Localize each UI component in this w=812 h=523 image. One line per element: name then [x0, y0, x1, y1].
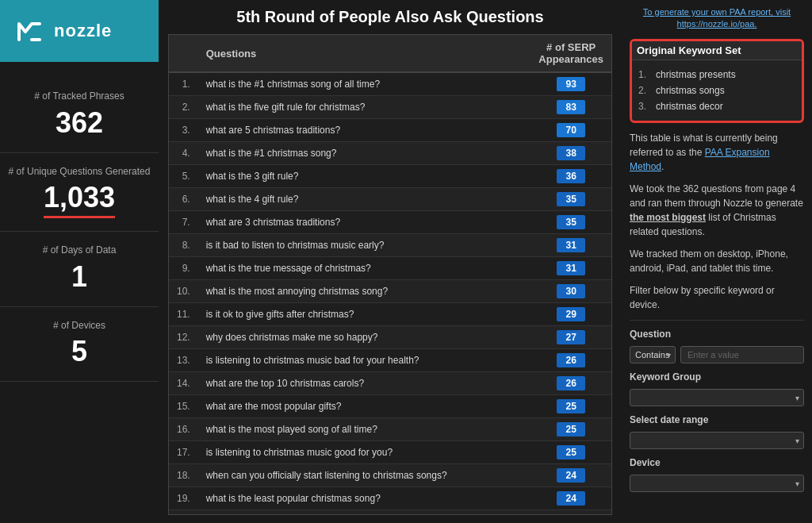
devices-label: # of Devices	[8, 320, 151, 333]
row-num: 11.	[169, 303, 198, 326]
row-question: is it bad to listen to christmas music e…	[198, 234, 531, 257]
days-block: # of Days of Data 1	[0, 232, 159, 307]
row-count: 29	[530, 303, 611, 326]
questions-table-container[interactable]: Questions # of SERP Appearances 1.what i…	[168, 34, 612, 515]
row-num: 5.	[169, 165, 198, 188]
table-row: 19.what is the least popular christmas s…	[169, 487, 611, 510]
row-count: 26	[530, 372, 611, 395]
table-row: 15.what are the most popular gifts?25	[169, 395, 611, 418]
logo-text: nozzle	[54, 21, 112, 41]
row-question: what is the 4 gift rule?	[198, 188, 531, 211]
row-count: 36	[530, 165, 611, 188]
tracked-phrases-block: # of Tracked Phrases 362	[0, 78, 159, 153]
row-count: 83	[530, 96, 611, 119]
question-filter-input[interactable]	[680, 346, 804, 363]
devices-block: # of Devices 5	[0, 307, 159, 383]
table-row: 14.what are the top 10 christmas carols?…	[169, 372, 611, 395]
table-row: 20.is it too early to play christmas mus…	[169, 510, 611, 516]
filter-question: Question Contains	[630, 329, 804, 363]
row-num: 9.	[169, 257, 198, 280]
filter-date-range: Select date range	[630, 414, 804, 449]
row-count: 35	[530, 188, 611, 211]
col-num	[169, 35, 198, 72]
contains-select-wrapper: Contains	[630, 346, 676, 363]
row-question: is listening to christmas music bad for …	[198, 349, 531, 372]
row-question: what is the #1 christmas song?	[198, 142, 531, 165]
contains-select[interactable]: Contains	[630, 346, 676, 363]
filter-keyword-group: Keyword Group	[630, 371, 804, 406]
row-num: 6.	[169, 188, 198, 211]
row-count: 25	[530, 395, 611, 418]
row-num: 13.	[169, 349, 198, 372]
unique-questions-block: # of Unique Questions Generated 1,033	[0, 153, 159, 233]
filter-question-label: Question	[630, 329, 804, 340]
row-question: is it too early to play christmas music?	[198, 510, 531, 516]
row-question: is it ok to give gifts after christmas?	[198, 303, 531, 326]
row-num: 12.	[169, 326, 198, 349]
row-num: 16.	[169, 418, 198, 441]
device-select[interactable]	[630, 475, 804, 492]
row-question: what is the 3 gift rule?	[198, 165, 531, 188]
keyword-item: 2.christmas songs	[638, 83, 795, 98]
description-3: We tracked them on desktop, iPhone, andr…	[630, 247, 804, 275]
row-count: 24	[530, 510, 611, 516]
row-question: what are 3 christmas traditions?	[198, 211, 531, 234]
row-count: 35	[530, 211, 611, 234]
table-row: 4.what is the #1 christmas song?38	[169, 142, 611, 165]
table-row: 7.what are 3 christmas traditions?35	[169, 211, 611, 234]
col-questions: Questions	[198, 35, 531, 72]
description-2: We took the 362 questions from page 4 an…	[630, 182, 804, 239]
table-row: 3.what are 5 christmas traditions?70	[169, 119, 611, 142]
days-value: 1	[8, 260, 151, 294]
keyword-text: christmas presents	[656, 69, 736, 80]
row-question: is listening to christmas music good for…	[198, 441, 531, 464]
row-count: 26	[530, 349, 611, 372]
keyword-group-select[interactable]	[630, 389, 804, 406]
main-content: 5th Round of People Also Ask Questions Q…	[159, 0, 622, 523]
row-count: 93	[530, 72, 611, 96]
keywords-list: 1.christmas presents2.christmas songs3.c…	[638, 67, 795, 114]
row-count: 70	[530, 119, 611, 142]
date-range-select-wrapper	[630, 432, 804, 449]
divider-1	[630, 320, 804, 321]
row-count: 24	[530, 464, 611, 487]
keyword-group-select-wrapper	[630, 389, 804, 406]
row-question: what are 5 christmas traditions?	[198, 119, 531, 142]
table-row: 9.what is the true message of christmas?…	[169, 257, 611, 280]
row-question: what is the least popular christmas song…	[198, 487, 531, 510]
questions-table: Questions # of SERP Appearances 1.what i…	[169, 35, 611, 515]
right-panel: To generate your own PAA report, visit h…	[622, 0, 812, 523]
table-row: 2.what is the five gift rule for christm…	[169, 96, 611, 119]
row-num: 14.	[169, 372, 198, 395]
row-question: what is the #1 christmas song of all tim…	[198, 72, 531, 96]
filter-question-row: Contains	[630, 346, 804, 363]
table-row: 1.what is the #1 christmas song of all t…	[169, 72, 611, 96]
row-count: 31	[530, 257, 611, 280]
days-label: # of Days of Data	[8, 244, 151, 257]
filter-device-label: Device	[630, 457, 804, 468]
table-row: 17.is listening to christmas music good …	[169, 441, 611, 464]
row-question: when can you officially start listening …	[198, 464, 531, 487]
row-count: 31	[530, 234, 611, 257]
filter-keyword-label: Keyword Group	[630, 371, 804, 383]
tracked-phrases-label: # of Tracked Phrases	[8, 90, 151, 103]
row-count: 25	[530, 441, 611, 464]
date-range-select[interactable]	[630, 432, 804, 449]
row-question: what is the most played song of all time…	[198, 418, 531, 441]
table-row: 16.what is the most played song of all t…	[169, 418, 611, 441]
table-row: 12.why does christmas make me so happy?2…	[169, 326, 611, 349]
description-4: Filter below by specific keyword or devi…	[630, 283, 804, 312]
keyword-item: 1.christmas presents	[638, 67, 795, 83]
row-num: 19.	[169, 487, 198, 510]
page-title: 5th Round of People Also Ask Questions	[168, 8, 612, 26]
paa-link[interactable]: To generate your own PAA report, visit h…	[630, 6, 804, 31]
row-count: 27	[530, 326, 611, 349]
table-row: 8.is it bad to listen to christmas music…	[169, 234, 611, 257]
tracked-phrases-value: 362	[8, 106, 151, 140]
row-num: 3.	[169, 119, 198, 142]
paa-expansion-link[interactable]: PAA Expansion Method	[630, 147, 770, 172]
table-row: 10.what is the most annoying christmas s…	[169, 280, 611, 303]
table-row: 18.when can you officially start listeni…	[169, 464, 611, 487]
keyword-num: 1.	[638, 69, 651, 80]
keyword-set-title: Original Keyword Set	[632, 41, 802, 60]
